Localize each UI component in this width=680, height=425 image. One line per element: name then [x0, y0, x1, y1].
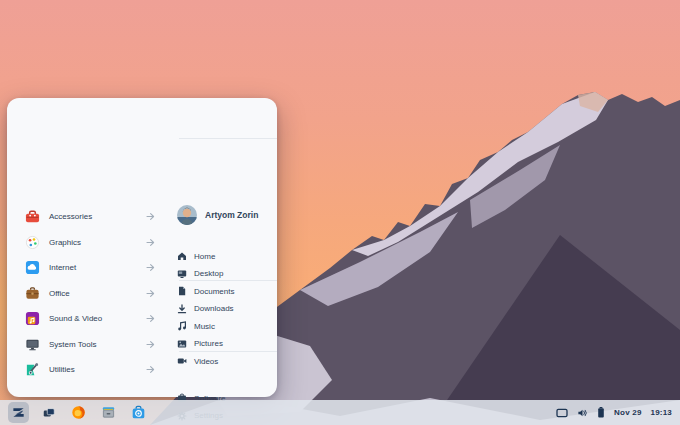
category-internet[interactable]: Internet — [18, 255, 165, 280]
window-switcher-icon[interactable] — [38, 402, 59, 423]
chevron-right-icon — [146, 314, 155, 323]
software-store-icon[interactable] — [128, 402, 149, 423]
place-pictures[interactable]: Pictures — [174, 335, 277, 352]
tray-clock: 19:13 — [651, 408, 672, 417]
category-graphics[interactable]: Graphics — [18, 230, 165, 255]
music-note-icon — [177, 321, 187, 331]
divider — [179, 280, 277, 281]
volume-icon — [577, 408, 588, 418]
battery-icon — [597, 407, 605, 418]
divider — [179, 138, 277, 139]
cloud-icon — [25, 260, 40, 275]
category-label: Sound & Video — [49, 314, 146, 323]
home-icon — [177, 251, 187, 261]
place-label: Pictures — [194, 339, 223, 348]
picture-icon — [177, 339, 187, 349]
toolbox-icon — [25, 209, 40, 224]
place-label: Downloads — [194, 304, 234, 313]
place-label: Home — [194, 252, 215, 261]
place-videos[interactable]: Videos — [174, 353, 277, 370]
desktop-icon — [177, 269, 187, 279]
chevron-right-icon — [146, 238, 155, 247]
place-label: Desktop — [194, 269, 223, 278]
video-camera-icon — [177, 356, 187, 366]
category-label: System Tools — [49, 340, 146, 349]
download-icon — [177, 304, 187, 314]
place-downloads[interactable]: Downloads — [174, 300, 277, 317]
category-system-tools[interactable]: System Tools — [18, 332, 165, 357]
place-documents[interactable]: Documents — [174, 283, 277, 300]
display-icon — [556, 408, 568, 418]
category-utilities[interactable]: Utilities — [18, 357, 165, 382]
chevron-right-icon — [146, 365, 155, 374]
place-label: Documents — [194, 287, 234, 296]
category-label: Office — [49, 289, 146, 298]
system-tray[interactable]: Nov 29 19:13 — [556, 407, 672, 418]
avatar — [177, 205, 197, 225]
chevron-right-icon — [146, 289, 155, 298]
document-icon — [177, 286, 187, 296]
music-video-icon — [25, 311, 40, 326]
chevron-right-icon — [146, 212, 155, 221]
category-label: Accessories — [49, 212, 146, 221]
zorin-menu-button[interactable] — [8, 402, 29, 423]
briefcase-brown-icon — [25, 286, 40, 301]
chevron-right-icon — [146, 263, 155, 272]
tray-date: Nov 29 — [614, 408, 641, 417]
category-label: Internet — [49, 263, 146, 272]
category-accessories[interactable]: Accessories — [18, 204, 165, 229]
place-home[interactable]: Home — [174, 248, 277, 265]
start-menu-panel: Accessories Graphics Internet Office Sou… — [7, 98, 277, 397]
palette-icon — [25, 235, 40, 250]
monitor-icon — [25, 337, 40, 352]
place-music[interactable]: Music — [174, 318, 277, 335]
firefox-icon[interactable] — [68, 402, 89, 423]
taskbar: Nov 29 19:13 — [0, 400, 680, 425]
place-label: Videos — [194, 357, 218, 366]
place-label: Music — [194, 322, 215, 331]
chevron-right-icon — [146, 340, 155, 349]
category-label: Utilities — [49, 365, 146, 374]
category-sound-video[interactable]: Sound & Video — [18, 306, 165, 331]
divider — [179, 351, 277, 352]
taskbar-apps — [8, 402, 149, 423]
user-name: Artyom Zorin — [205, 210, 258, 220]
file-manager-icon[interactable] — [98, 402, 119, 423]
category-label: Graphics — [49, 238, 146, 247]
user-profile[interactable]: Artyom Zorin — [177, 205, 258, 225]
tools-icon — [25, 362, 40, 377]
category-office[interactable]: Office — [18, 281, 165, 306]
